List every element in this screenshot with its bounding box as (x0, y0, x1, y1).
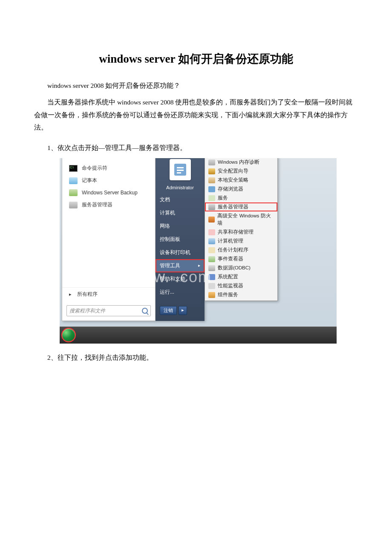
admin-tool-item[interactable]: 服务 (205, 194, 277, 202)
start-menu-right-panel: Administrator 文档 计算机 网络 控制面板 设备和打印机 管理工具… (156, 158, 205, 321)
mi-share-icon (208, 229, 215, 235)
avatar-icon (172, 161, 189, 178)
nav-admin-tools[interactable]: 管理工具 (156, 259, 205, 272)
recent-item-label: 命令提示符 (82, 165, 107, 172)
admin-tool-label: 任务计划程序 (218, 246, 248, 254)
nav-network[interactable]: 网络 (156, 220, 205, 233)
admin-tool-item[interactable]: 安全配置向导 (205, 167, 277, 176)
recent-item-label: 记事本 (82, 177, 97, 184)
recent-item-label: 服务器管理器 (82, 201, 112, 208)
admin-tool-item[interactable]: 服务器管理器 (205, 202, 277, 211)
recent-item-notepad[interactable]: 记事本 (68, 174, 151, 187)
screenshot-start-menu: www. .com 命令提示符 记事本 Windows Server Backu… (60, 158, 337, 344)
mi-storage-icon (208, 186, 215, 192)
recent-item-backup[interactable]: Windows Server Backup (68, 187, 151, 199)
all-programs[interactable]: 所有程序 (62, 287, 155, 301)
search-input[interactable]: 搜索程序和文件 (66, 305, 151, 316)
nav-control-panel[interactable]: 控制面板 (156, 233, 205, 246)
server-manager-icon (69, 202, 78, 208)
search-placeholder: 搜索程序和文件 (69, 307, 105, 315)
recent-item-cmd[interactable]: 命令提示符 (68, 162, 151, 174)
admin-tool-item[interactable]: 性能监视器 (205, 281, 277, 290)
recent-item-server-manager[interactable]: 服务器管理器 (68, 199, 151, 211)
user-avatar (170, 159, 191, 180)
admin-tool-label: 高级安全 Windows 防火墙 (217, 212, 274, 227)
nav-computer[interactable]: 计算机 (156, 206, 205, 220)
logoff-button[interactable]: 注销 (160, 306, 177, 315)
admin-tool-label: 服务器管理器 (218, 203, 248, 211)
admin-tool-item[interactable]: 共享和存储管理 (205, 228, 277, 237)
mi-task-icon (208, 247, 215, 253)
admin-tool-label: 本地安全策略 (218, 176, 248, 184)
intro-body: 当天服务器操作系统中 windows server 2008 使用也是较多的，而… (34, 96, 358, 133)
mi-shield-icon (208, 168, 215, 174)
svg-rect-3 (177, 172, 181, 173)
admin-tool-item[interactable]: 计算机管理 (205, 237, 277, 246)
admin-tool-item[interactable]: 事件查看器 (205, 254, 277, 263)
admin-tool-label: 计算机管理 (218, 237, 243, 245)
admin-tool-label: 共享和存储管理 (218, 228, 254, 236)
admin-tool-label: 性能监视器 (218, 282, 243, 289)
admin-tool-item[interactable]: 数据源(ODBC) (205, 263, 277, 272)
search-icon (142, 308, 148, 314)
mi-sys-icon (208, 274, 215, 280)
admin-tools-submenu: Windows 内存诊断安全配置向导本地安全策略存储浏览器服务服务器管理器高级安… (205, 158, 278, 301)
admin-tool-label: 事件查看器 (218, 255, 243, 263)
nav-devices[interactable]: 设备和打印机 (156, 246, 205, 259)
logoff-options-button[interactable]: ▸ (179, 306, 187, 315)
admin-tool-item[interactable]: 高级安全 Windows 防火墙 (205, 211, 277, 228)
svg-rect-2 (177, 170, 184, 171)
admin-tool-item[interactable]: 存储浏览器 (205, 185, 277, 194)
mi-perf-icon (208, 283, 215, 289)
admin-tool-item[interactable]: 本地安全策略 (205, 176, 277, 185)
mi-compmgmt-icon (208, 238, 215, 244)
admin-tool-label: 安全配置向导 (218, 168, 248, 175)
mi-comp-icon (208, 292, 215, 298)
mi-policy-icon (208, 177, 215, 183)
admin-tool-label: 组件服务 (218, 291, 238, 298)
recent-item-label: Windows Server Backup (82, 190, 138, 196)
admin-tool-label: 存储浏览器 (218, 185, 243, 193)
admin-tool-label: 数据源(ODBC) (218, 264, 251, 272)
mi-mem-icon (208, 159, 215, 165)
nav-documents[interactable]: 文档 (156, 193, 205, 206)
backup-icon (69, 189, 78, 196)
admin-tool-label: 服务 (218, 194, 228, 202)
admin-tool-item[interactable]: 组件服务 (205, 290, 277, 299)
step-2: 2、往下拉，找到并点击添加功能。 (34, 351, 358, 364)
admin-tool-item[interactable]: 系统配置 (205, 272, 277, 281)
taskbar (60, 327, 337, 344)
start-menu-left-panel: 命令提示符 记事本 Windows Server Backup 服务器管理器 所… (62, 158, 156, 321)
mi-fw-icon (208, 217, 215, 223)
intro-question: windows server 2008 如何开启备份还原功能？ (34, 79, 358, 92)
step-1: 1、依次点击开始—管理工具—服务器管理器。 (34, 142, 358, 154)
username-label: Administrator (156, 182, 205, 193)
nav-run[interactable]: 运行... (156, 286, 205, 299)
admin-tool-item[interactable]: 任务计划程序 (205, 246, 277, 254)
mi-svc-icon (208, 195, 215, 201)
document-title: windows server 如何开启备份还原功能 (34, 51, 358, 66)
svg-rect-1 (177, 167, 184, 168)
admin-tool-label: 系统配置 (218, 273, 238, 280)
start-button[interactable] (61, 328, 76, 342)
admin-tool-item[interactable]: Windows 内存诊断 (205, 158, 277, 167)
all-programs-label: 所有程序 (77, 291, 98, 297)
notepad-icon (69, 177, 78, 184)
mi-event-icon (208, 256, 215, 262)
mi-odbc-icon (208, 265, 215, 271)
nav-help[interactable]: 帮助和支持 (156, 272, 205, 286)
cmd-icon (69, 165, 78, 172)
mi-srvmgr-icon (208, 204, 215, 210)
admin-tool-label: Windows 内存诊断 (218, 159, 259, 166)
